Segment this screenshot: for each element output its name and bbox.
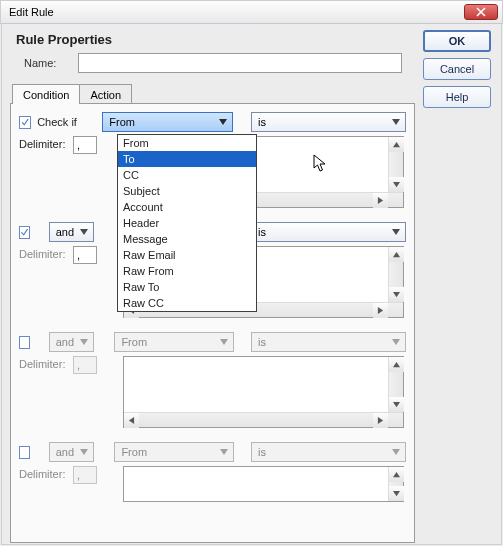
delimiter-label-1: Delimiter: [19, 136, 67, 150]
name-input[interactable] [78, 53, 402, 73]
vscrollbar [388, 467, 403, 501]
scroll-up-icon [389, 357, 404, 372]
tab-condition[interactable]: Condition [12, 84, 80, 104]
scroll-right-icon [373, 413, 388, 428]
name-label: Name: [24, 57, 78, 69]
cancel-button[interactable]: Cancel [423, 58, 491, 80]
match-combo-2-value: is [258, 226, 266, 238]
heading: Rule Properties [16, 32, 493, 47]
scroll-down-icon[interactable] [389, 287, 404, 302]
chevron-down-icon [77, 224, 91, 240]
and-combo-3[interactable]: and [49, 332, 94, 352]
tab-panel-condition: Check if From is Delimiter: [10, 103, 415, 543]
scroll-right-icon[interactable] [373, 193, 388, 208]
match-combo-3[interactable]: is [251, 332, 406, 352]
title-bar: Edit Rule [0, 0, 503, 24]
delimiter-input-3 [73, 356, 97, 374]
and-combo-3-value: and [56, 336, 74, 348]
delimiter-label-3: Delimiter: [19, 356, 67, 370]
vscrollbar[interactable] [388, 137, 403, 192]
mouse-cursor [313, 154, 329, 176]
match-combo-4-value: is [258, 446, 266, 458]
and-combo-4-value: and [56, 446, 74, 458]
scroll-right-icon[interactable] [373, 303, 388, 318]
delimiter-input-2[interactable] [73, 246, 97, 264]
scroll-up-icon[interactable] [389, 137, 404, 152]
field-option[interactable]: To [118, 151, 256, 167]
field-combo-1[interactable]: From [102, 112, 233, 132]
close-icon [476, 7, 486, 17]
field-combo-4[interactable]: From [114, 442, 234, 462]
check-2[interactable] [19, 226, 30, 239]
field-option[interactable]: Raw Email [118, 247, 256, 263]
chevron-down-icon [77, 444, 91, 460]
chevron-down-icon [389, 224, 403, 240]
match-combo-1[interactable]: is [251, 112, 406, 132]
scroll-down-icon [389, 397, 404, 412]
chevron-down-icon [389, 444, 403, 460]
vscrollbar[interactable] [388, 247, 403, 302]
chevron-down-icon [77, 334, 91, 350]
field-option[interactable]: Raw CC [118, 295, 256, 311]
field-option[interactable]: Raw To [118, 279, 256, 295]
window-title: Edit Rule [9, 6, 54, 18]
close-button[interactable] [464, 4, 498, 20]
match-combo-3-value: is [258, 336, 266, 348]
delimiter-label-2: Delimiter: [19, 246, 67, 260]
chevron-down-icon [217, 334, 231, 350]
tab-strip: Condition Action [12, 83, 493, 103]
scroll-down-icon [389, 486, 404, 501]
and-combo-2-value: and [56, 226, 74, 238]
chevron-down-icon [389, 334, 403, 350]
field-combo-3-value: From [121, 336, 147, 348]
check-3[interactable] [19, 336, 30, 349]
field-combo-1-value: From [109, 116, 135, 128]
tab-action[interactable]: Action [79, 84, 132, 104]
delimiter-input-4 [73, 466, 97, 484]
ok-button[interactable]: OK [423, 30, 491, 52]
field-dropdown-list[interactable]: FromToCCSubjectAccountHeaderMessageRaw E… [117, 134, 257, 312]
chevron-down-icon [217, 444, 231, 460]
and-combo-2[interactable]: and [49, 222, 94, 242]
name-row: Name: [24, 53, 412, 73]
match-combo-2[interactable]: is [251, 222, 406, 242]
field-option[interactable]: Message [118, 231, 256, 247]
field-option[interactable]: Account [118, 199, 256, 215]
field-option[interactable]: Header [118, 215, 256, 231]
client-area: OK Cancel Help Rule Properties Name: Con… [1, 24, 502, 545]
check-if-label: Check if [37, 116, 96, 128]
delimiter-input-1[interactable] [73, 136, 97, 154]
value-list-4 [123, 466, 404, 502]
scroll-down-icon[interactable] [389, 177, 404, 192]
field-option[interactable]: From [118, 135, 256, 151]
scroll-up-icon[interactable] [389, 247, 404, 262]
value-list-3 [123, 356, 404, 428]
check-4[interactable] [19, 446, 30, 459]
match-combo-1-value: is [258, 116, 266, 128]
scroll-up-icon [389, 467, 404, 482]
field-combo-3[interactable]: From [114, 332, 234, 352]
vscrollbar [388, 357, 403, 412]
chevron-down-icon [389, 114, 403, 130]
scroll-left-icon [124, 413, 139, 428]
field-option[interactable]: Subject [118, 183, 256, 199]
and-combo-4[interactable]: and [49, 442, 94, 462]
field-combo-4-value: From [121, 446, 147, 458]
delimiter-label-4: Delimiter: [19, 466, 67, 480]
field-option[interactable]: CC [118, 167, 256, 183]
hscrollbar [124, 412, 403, 427]
condition-row-4: and From is Delimiter: [19, 442, 406, 502]
tabs: Condition Action Check if From is [10, 83, 493, 543]
match-combo-4[interactable]: is [251, 442, 406, 462]
field-option[interactable]: Raw From [118, 263, 256, 279]
check-1[interactable] [19, 116, 31, 129]
chevron-down-icon [216, 114, 230, 130]
condition-row-3: and From is Delimiter: [19, 332, 406, 428]
